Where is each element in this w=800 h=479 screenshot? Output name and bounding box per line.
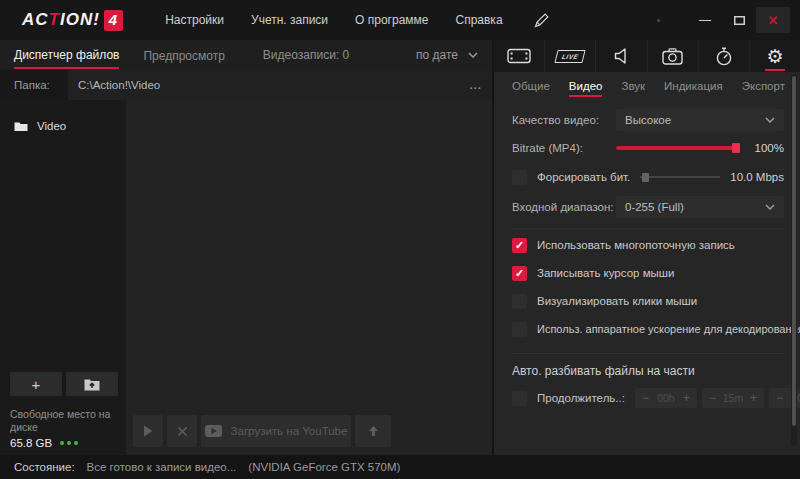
tree-item-label: Video [37,120,66,132]
hours-value: 00h [657,392,675,404]
bitrate-slider[interactable] [616,142,740,154]
hardware-decoding-checkbox[interactable] [512,322,527,337]
folder-icon [14,121,28,132]
visualize-clicks-label: Визуализировать клики мыши [537,295,697,307]
menu-settings[interactable]: Настройки [165,13,224,27]
folder-row: Папка: C:\Action!\Video ... [0,70,492,100]
sidebar-bottom: + Свободное место на диске 65.8 GB [0,372,126,455]
minus-icon[interactable]: − [776,391,783,405]
check-icon: ✓ [515,240,524,251]
hours-stepper[interactable]: − 00h + [635,388,697,408]
settings-scrollbar[interactable] [791,74,797,446]
tree-item-video[interactable]: Video [0,100,126,132]
import-folder-button[interactable] [66,372,118,396]
duration-checkbox[interactable] [512,391,527,406]
tab-preview[interactable]: Предпросмотр [143,42,224,68]
tab-video[interactable]: Видео [569,80,603,97]
settings-tabs: Общие Видео Звук Индикация Экспорт Клави… [504,72,784,103]
record-cursor-checkbox[interactable]: ✓ [512,266,527,281]
plus-icon[interactable]: + [683,391,690,405]
chevron-down-icon [765,204,775,210]
logo-text: AC [22,10,49,30]
mode-settings[interactable]: ⚙ [750,40,800,72]
stopwatch-icon [715,47,733,66]
force-bitrate-slider[interactable] [640,171,720,183]
force-bitrate-checkbox[interactable] [512,170,527,185]
record-cursor-row[interactable]: ✓ Записывать курсор мыши [504,259,784,287]
plus-icon[interactable]: + [750,391,757,405]
logo-text: ION! [60,10,100,30]
mode-video-capture[interactable] [494,40,545,72]
status-dot-icon [657,19,660,22]
file-manager-header: Диспетчер файлов Предпросмотр Видеозапис… [0,40,492,70]
tab-general[interactable]: Общие [512,80,550,97]
upload-youtube-button[interactable]: Загрузить на YouTube [201,415,351,447]
multithread-recording-row[interactable]: ✓ Использовать многопоточную запись [504,231,784,259]
visualize-clicks-checkbox[interactable] [512,294,527,309]
statusbar: Состояние: Все готово к записи видео... … [0,455,800,479]
play-button[interactable] [133,415,163,447]
duration-label: Продолжитель..: [537,392,625,404]
status-gpu: (NVIDIA GeForce GTX 570M) [248,461,400,473]
video-quality-select[interactable]: Высокое [616,109,784,131]
video-quality-row: Качество видео: Высокое [504,109,784,131]
visualize-clicks-row[interactable]: Визуализировать клики мыши [504,287,784,315]
youtube-icon [205,425,222,437]
folder-path-field[interactable]: C:\Action!\Video ... [68,70,492,100]
mode-audio-capture[interactable] [596,40,647,72]
input-range-select[interactable]: 0-255 (Full) [616,196,784,218]
video-quality-label: Качество видео: [512,114,616,126]
logo-version-badge: 4 [104,10,123,31]
tab-indication[interactable]: Индикация [664,80,723,97]
minimize-button[interactable]: — [688,7,722,33]
sort-label: по дате [416,48,458,62]
speaker-icon [614,48,629,64]
minus-icon[interactable]: − [642,391,649,405]
mode-screenshot[interactable] [648,40,699,72]
camera-icon [662,48,683,65]
auto-split-section-title: Авто. разбивать файлы на части [504,356,784,382]
close-button[interactable]: ✕ [756,7,790,33]
sort-dropdown[interactable]: по дате [416,48,478,62]
input-range-value: 0-255 (Full) [625,201,684,213]
maximize-button[interactable] [722,7,756,33]
live-icon: LIVE [554,50,586,63]
hardware-decoding-label: Использ. аппаратное ускорение для декоди… [537,323,800,335]
main-area: Диспетчер файлов Предпросмотр Видеозапис… [0,40,800,455]
maximize-icon [734,16,745,25]
menu-help[interactable]: Справка [455,13,502,27]
mode-live-streaming[interactable]: LIVE [545,40,596,72]
export-button[interactable] [355,415,391,447]
files-list-area[interactable]: Загрузить на YouTube [126,100,492,455]
slider-handle[interactable] [642,173,649,182]
tab-file-manager[interactable]: Диспетчер файлов [14,41,119,69]
plus-icon: + [32,376,41,393]
app-window: ACTION! 4 Настройки Учетн. записи О прог… [0,0,800,479]
scrollbar-thumb[interactable] [792,76,796,426]
logo-text-accent: T [49,10,60,30]
file-manager-panel: Диспетчер файлов Предпросмотр Видеозапис… [0,40,492,455]
file-manager-body: Video + Свободное место на диске 65.8 GB [0,100,492,455]
bitrate-percent: 100% [748,142,784,154]
minimize-icon: — [699,13,711,27]
hardware-decoding-row[interactable]: Использ. аппаратное ускорение для декоди… [504,315,784,343]
minus-icon[interactable]: − [709,391,716,405]
titlebar: ACTION! 4 Настройки Учетн. записи О прог… [0,0,800,40]
main-menu: Настройки Учетн. записи О программе Спра… [165,13,502,27]
tab-export[interactable]: Экспорт [742,80,785,97]
video-capture-icon [507,48,531,64]
mode-benchmark[interactable] [699,40,750,72]
add-folder-button[interactable]: + [10,372,62,396]
browse-button[interactable]: ... [469,79,482,91]
tab-audio[interactable]: Звук [621,80,645,97]
minutes-stepper[interactable]: − 15m + [702,388,764,408]
menu-about[interactable]: О программе [355,13,428,27]
multithread-checkbox[interactable]: ✓ [512,238,527,253]
close-icon: ✕ [768,13,779,28]
slider-handle[interactable] [732,143,740,153]
menu-accounts[interactable]: Учетн. записи [251,13,328,27]
pen-tool-icon[interactable] [533,12,550,29]
delete-button[interactable] [167,415,197,447]
disk-status-dots-icon [60,441,78,445]
status-label: Состояние: [14,461,75,473]
